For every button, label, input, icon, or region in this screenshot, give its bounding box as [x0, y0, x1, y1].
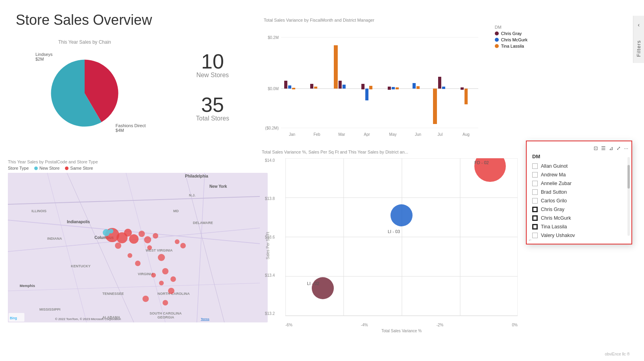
svg-text:May: May [389, 132, 397, 137]
filter-item-annelie-zubar[interactable]: Annelie Zubar [527, 179, 631, 188]
svg-point-77 [163, 300, 168, 305]
checkbox-tina-lassila[interactable] [532, 224, 538, 230]
y-tick-3: $13.4 [265, 273, 275, 278]
svg-rect-16 [369, 86, 372, 89]
legend-item-chris-mcgurk: Chris McGurk [495, 37, 527, 42]
branding: obviEnce llc ® [605, 352, 630, 356]
total-stores-count: 35 [177, 94, 248, 115]
expand-icon[interactable]: ⤢ [616, 145, 621, 151]
stores-section: 10 New Stores 35 Total Stores [177, 51, 248, 138]
legend-label-tina-lassila: Tina Lassila [501, 44, 524, 48]
svg-point-85 [103, 229, 110, 236]
filter-icon[interactable]: ⊿ [609, 145, 613, 151]
svg-text:Apr: Apr [364, 132, 370, 137]
lines-icon[interactable]: ☰ [601, 145, 606, 151]
filters-tab[interactable]: ‹ Filters [633, 16, 644, 63]
svg-text:MD: MD [173, 209, 179, 213]
filter-scrollbar-thumb[interactable] [627, 165, 630, 189]
svg-rect-20 [413, 83, 416, 89]
svg-point-83 [175, 239, 180, 244]
svg-text:Aug: Aug [463, 132, 470, 137]
filter-item-brad-sutton[interactable]: Brad Sutton [527, 188, 631, 196]
svg-rect-10 [314, 87, 317, 89]
svg-text:New York: New York [209, 184, 227, 189]
checkbox-annelie-zubar[interactable] [532, 181, 538, 186]
svg-point-84 [180, 243, 186, 248]
svg-rect-12 [339, 81, 342, 89]
svg-text:Mar: Mar [338, 132, 345, 137]
filter-scrollbar[interactable] [627, 157, 630, 236]
svg-rect-19 [396, 87, 399, 89]
legend-label-chris-gray: Chris Gray [501, 31, 522, 36]
checkbox-carlos-grilo[interactable] [532, 198, 538, 204]
svg-point-103 [390, 204, 413, 226]
checkbox-valery-ushakov[interactable] [532, 233, 538, 238]
pie-chart-section: This Year Sales by Chain Lindseys$2M Fas… [16, 39, 154, 150]
resize-icon[interactable]: ⊡ [594, 145, 598, 151]
filter-label-brad-sutton: Brad Sutton [541, 189, 567, 195]
store-type-label: Store Type [8, 166, 29, 170]
filter-item-carlos-grilo[interactable]: Carlos Grilo [527, 196, 631, 205]
checkbox-chris-mcgurk[interactable] [532, 215, 538, 221]
same-store-label: Same Store [70, 166, 93, 170]
svg-point-72 [147, 245, 152, 250]
map-svg: ILLINOIS INDIANA KENTUCKY TENNESSEE MISS… [8, 173, 260, 322]
filter-item-tina-lassila[interactable]: Tina Lassila [527, 222, 631, 231]
filter-item-allan-guinot[interactable]: Allan Guinot [527, 162, 631, 170]
svg-point-86 [109, 229, 113, 233]
svg-text:Feb: Feb [313, 132, 320, 137]
svg-point-67 [129, 234, 139, 244]
new-stores-label: New Stores [177, 72, 248, 79]
svg-point-73 [158, 254, 165, 261]
legend-label-chris-mcgurk: Chris McGurk [501, 37, 527, 42]
legend-item-chris-gray: Chris Gray [495, 31, 527, 36]
scatter-x-axis-label: Total Sales Variance % [285, 329, 518, 333]
svg-text:$0.2M: $0.2M [268, 35, 279, 40]
map-placeholder: ILLINOIS INDIANA KENTUCKY TENNESSEE MISS… [8, 173, 268, 322]
svg-point-105 [312, 277, 334, 299]
more-options-icon[interactable]: ··· [624, 145, 628, 151]
svg-rect-14 [361, 84, 365, 89]
checkbox-brad-sutton[interactable] [532, 189, 538, 195]
legend-dot-chris-gray [495, 31, 499, 35]
y-tick-1: $13.8 [265, 196, 275, 201]
resize-corner-icon[interactable]: ⌐ [529, 237, 531, 242]
filter-item-valery-ushakov[interactable]: Valery Ushakov [527, 231, 631, 240]
svg-text:© 2022 TomTom, © 2023 Microsof: © 2022 TomTom, © 2023 Microsoft Corporat… [55, 317, 121, 321]
svg-point-68 [139, 231, 145, 237]
bar-chart-svg: $0.2M $0.0M ($0.2M) [264, 30, 492, 140]
svg-point-79 [151, 273, 156, 278]
filter-label-chris-mcgurk: Chris McGurk [541, 215, 571, 221]
filter-item-chris-mcgurk[interactable]: Chris McGurk [527, 214, 631, 222]
checkbox-andrew-ma[interactable] [532, 172, 538, 178]
svg-text:Bing: Bing [10, 316, 17, 320]
svg-rect-7 [288, 85, 291, 89]
filters-tab-label: Filters [636, 40, 642, 57]
scatter-y-axis-label: Sales Per Sq Ft [266, 232, 270, 259]
svg-rect-18 [392, 87, 395, 89]
legend-dot-tina-lassila [495, 44, 499, 48]
svg-point-81 [135, 261, 141, 266]
svg-text:SOUTH CAROLINA: SOUTH CAROLINA [150, 311, 182, 315]
svg-point-75 [170, 276, 176, 282]
svg-text:$0.0M: $0.0M [268, 87, 279, 91]
legend-dot-chris-mcgurk [495, 38, 499, 42]
checkbox-allan-guinot[interactable] [532, 163, 538, 169]
store-type-legend: Store Type New Store Same Store [8, 166, 268, 170]
svg-text:GEORGIA: GEORGIA [157, 315, 174, 319]
svg-text:INDIANA: INDIANA [47, 237, 62, 241]
checkbox-chris-gray[interactable] [532, 207, 538, 212]
y-tick-4: $13.2 [265, 311, 275, 316]
svg-point-71 [115, 243, 121, 249]
svg-rect-11 [334, 45, 338, 89]
svg-rect-21 [416, 86, 420, 89]
filter-panel: ⊡ ☰ ⊿ ⤢ ··· DM Allan Guinot Andrew Ma An… [526, 141, 632, 244]
new-store-label: New Store [39, 166, 59, 170]
x-tick-1: -4% [361, 323, 368, 327]
filter-item-chris-gray[interactable]: Chris Gray [527, 205, 631, 214]
legend-item-tina-lassila: Tina Lassila [495, 44, 527, 48]
pie-chart-title: This Year Sales by Chain [16, 39, 154, 45]
svg-point-69 [144, 236, 151, 243]
legend-same-store: Same Store [65, 166, 93, 170]
filter-item-andrew-ma[interactable]: Andrew Ma [527, 170, 631, 179]
